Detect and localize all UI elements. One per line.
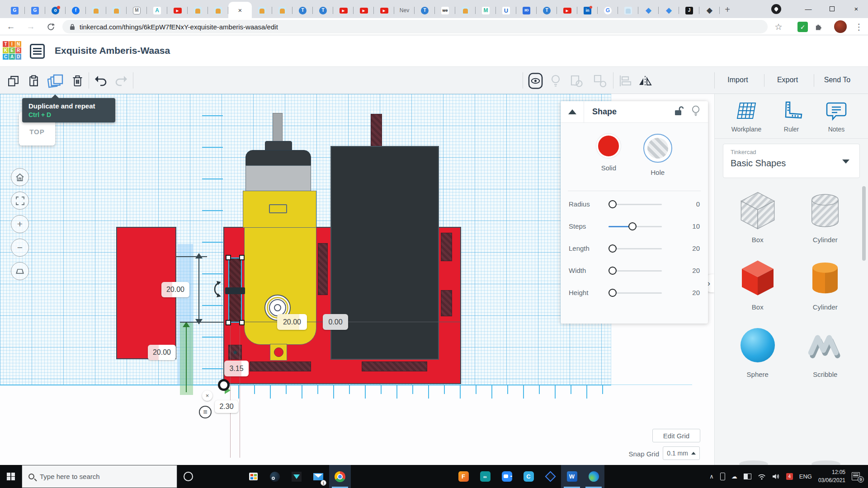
panel-collapse-button[interactable]: [561, 101, 584, 123]
hole-slot-center[interactable]: [318, 243, 328, 295]
notes-tool[interactable]: Notes: [816, 100, 857, 133]
forward-icon[interactable]: →: [24, 18, 38, 35]
tab-wetransfer[interactable]: we: [435, 3, 455, 18]
scale-handle[interactable]: [226, 320, 231, 325]
tab-newtab[interactable]: Nev: [394, 3, 415, 18]
tab-robot[interactable]: [106, 3, 127, 18]
copy-icon[interactable]: [6, 74, 20, 88]
extension-check-icon[interactable]: ✓: [797, 22, 808, 32]
tab-tinkercad[interactable]: T: [537, 3, 557, 18]
tab-robot[interactable]: [86, 3, 106, 18]
browser-profile-icon[interactable]: [771, 4, 781, 14]
motor-head[interactable]: [245, 150, 311, 166]
slider-track[interactable]: [609, 200, 662, 208]
shape-solid-cylinder[interactable]: Cylinder: [792, 257, 859, 311]
taskbar-app-predator-sense[interactable]: [539, 465, 561, 488]
taskbar-app-cortana[interactable]: [177, 465, 199, 488]
shape-sphere[interactable]: Sphere: [724, 324, 792, 378]
taskbar-app-fusion360[interactable]: F: [453, 465, 474, 488]
snap-grid-select[interactable]: 0.1 mm: [663, 446, 700, 460]
motor-tab-hole[interactable]: [274, 347, 283, 357]
hole-slot-bottom-right[interactable]: [362, 361, 427, 371]
perspective-button[interactable]: [11, 262, 29, 280]
notification-center-icon[interactable]: 9: [852, 472, 863, 481]
tab-hexm[interactable]: M: [127, 3, 147, 18]
tab-makerbot[interactable]: M: [476, 3, 496, 18]
tab-youtube[interactable]: ▶: [167, 3, 188, 18]
tab-cura[interactable]: ◆: [659, 3, 679, 18]
sidebar-scrollbar[interactable]: [862, 186, 866, 261]
slider-track[interactable]: [609, 244, 662, 253]
home-view-button[interactable]: [11, 168, 29, 186]
zoom-out-button[interactable]: −: [11, 239, 29, 257]
shape-scribble[interactable]: Scribble: [792, 324, 859, 378]
redo-icon[interactable]: [114, 74, 128, 88]
document-properties-icon[interactable]: [30, 44, 45, 59]
bookmark-star-icon[interactable]: ☆: [771, 18, 786, 35]
reload-icon[interactable]: [43, 18, 58, 35]
tab-cura[interactable]: ◆: [638, 3, 659, 18]
tab-youtube[interactable]: ▶: [374, 3, 394, 18]
dimension-label[interactable]: 0.00: [323, 314, 348, 330]
tab-youtube[interactable]: ▶: [354, 3, 374, 18]
dimension-label[interactable]: 2.30: [215, 400, 238, 413]
dimension-label[interactable]: 20.00: [148, 345, 176, 360]
hole-swatch-selected[interactable]: [643, 134, 672, 163]
url-text[interactable]: tinkercad.com/things/6kEpW7fENxY-exquisi…: [80, 23, 278, 31]
slider-knob[interactable]: [628, 222, 637, 230]
start-button[interactable]: [0, 465, 22, 488]
alert-badge-icon[interactable]: 4: [786, 473, 793, 480]
hole-slot-right-upper[interactable]: [441, 233, 452, 261]
shape-library-dropdown[interactable]: Tinkercad Basic Shapes: [723, 144, 860, 178]
tray-chevron-icon[interactable]: ∧: [709, 473, 714, 480]
hole-slot-top[interactable]: [371, 114, 382, 147]
active-tab[interactable]: ×: [228, 2, 252, 18]
tab-ultimaker[interactable]: U: [496, 3, 516, 18]
window-minimize-button[interactable]: —: [798, 0, 818, 17]
extensions-puzzle-icon[interactable]: [811, 18, 826, 35]
design-title[interactable]: Exquisite Amberis-Waasa: [55, 45, 170, 56]
taskbar-app-steam[interactable]: [264, 465, 286, 488]
edge-scale-handle[interactable]: [225, 287, 245, 294]
paste-icon[interactable]: [27, 74, 40, 88]
language-indicator[interactable]: ENG: [799, 473, 812, 480]
taskbar-app-chrome[interactable]: [329, 465, 351, 488]
taskbar-app-edge[interactable]: [583, 465, 604, 488]
slider-knob[interactable]: [609, 267, 617, 275]
tab-robot[interactable]: [272, 3, 292, 18]
motor-shaft[interactable]: [273, 113, 283, 142]
lightbulb-icon[interactable]: [691, 105, 701, 119]
duplicate-icon[interactable]: [47, 74, 65, 88]
taskbar-app-file-explorer[interactable]: [221, 465, 242, 488]
volume-icon[interactable]: [772, 473, 780, 480]
back-icon[interactable]: ←: [4, 18, 18, 35]
fit-view-button[interactable]: [11, 192, 29, 210]
tab-google[interactable]: G: [598, 3, 618, 18]
tab-robot[interactable]: [455, 3, 476, 18]
workplane-tool[interactable]: Workplane: [726, 100, 767, 133]
slider-track[interactable]: [609, 222, 662, 230]
undo-icon[interactable]: [94, 74, 108, 88]
taskbar-app-mail[interactable]: 1: [307, 465, 329, 488]
tab-youtube[interactable]: ▶: [333, 3, 354, 18]
hole-mode-button[interactable]: Hole: [643, 134, 672, 176]
tab-translate[interactable]: G: [5, 3, 25, 18]
ungroup-icon[interactable]: [593, 74, 607, 88]
shape-solid-box[interactable]: Box: [724, 257, 792, 311]
show-hide-icon[interactable]: [527, 74, 543, 88]
edit-grid-button[interactable]: Edit Grid: [652, 429, 700, 442]
shape-hole-cylinder[interactable]: Cylinder: [792, 190, 859, 244]
window-close-button[interactable]: ×: [846, 0, 866, 17]
unlock-icon[interactable]: [674, 106, 684, 118]
tab-inkscape[interactable]: ◆: [699, 3, 720, 18]
tab-close-icon[interactable]: ×: [238, 7, 242, 14]
hole-slot-bottom-left[interactable]: [250, 361, 311, 371]
slider-track[interactable]: [609, 267, 662, 275]
display-icon[interactable]: [744, 474, 751, 479]
taskbar-app-arduino[interactable]: ∞: [474, 465, 496, 488]
mirror-icon[interactable]: [638, 74, 652, 88]
your-phone-icon[interactable]: [720, 473, 725, 480]
slider-knob[interactable]: [609, 200, 617, 208]
tab-robot[interactable]: [252, 3, 272, 18]
dimension-label[interactable]: 20.00: [277, 314, 307, 330]
